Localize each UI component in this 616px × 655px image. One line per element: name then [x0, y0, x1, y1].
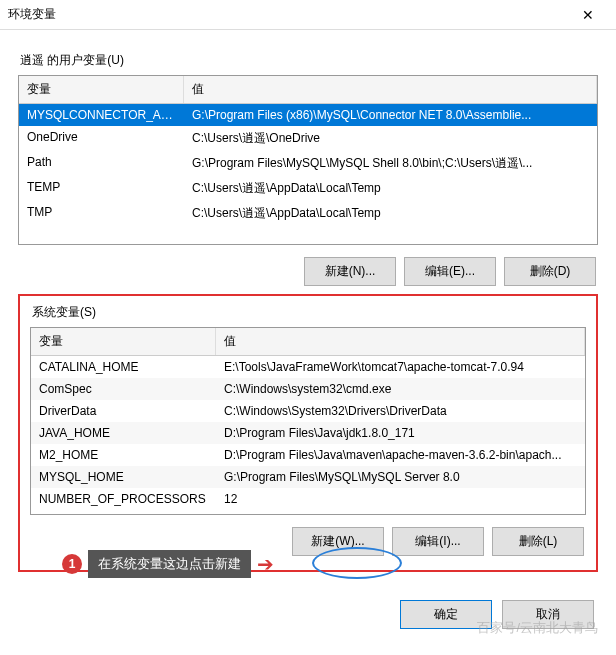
window-title: 环境变量 [8, 6, 568, 23]
cell-value: D:\Program Files\Java\maven\apache-maven… [216, 444, 585, 466]
cell-value: C:\Users\逍遥\AppData\Local\Temp [184, 201, 597, 226]
cell-name: MYSQL_HOME [31, 466, 216, 488]
col-header-name[interactable]: 变量 [31, 328, 216, 355]
sys-new-button[interactable]: 新建(W)... [292, 527, 384, 556]
cell-name: OneDrive [19, 126, 184, 151]
col-header-value[interactable]: 值 [216, 328, 585, 355]
cell-value: D:\Program Files\Java\jdk1.8.0_171 [216, 422, 585, 444]
cell-value: G:\Program Files\MySQL\MySQL Server 8.0 [216, 466, 585, 488]
annotation-text: 在系统变量这边点击新建 [88, 550, 251, 578]
table-row[interactable]: OneDriveC:\Users\逍遥\OneDrive [19, 126, 597, 151]
cell-value: 12 [216, 488, 585, 510]
arrow-right-icon: ➔ [257, 552, 274, 576]
cell-value: C:\Users\逍遥\OneDrive [184, 126, 597, 151]
user-vars-table: 变量 值 MYSQLCONNECTOR_ASS...G:\Program Fil… [18, 75, 598, 245]
table-row[interactable]: CATALINA_HOMEE:\Tools\JavaFrameWork\tomc… [31, 356, 585, 378]
cell-name: ComSpec [31, 378, 216, 400]
table-row[interactable]: DriverDataC:\Windows\System32\Drivers\Dr… [31, 400, 585, 422]
col-header-value[interactable]: 值 [184, 76, 597, 103]
table-row[interactable]: NUMBER_OF_PROCESSORS12 [31, 488, 585, 510]
table-row[interactable]: PathG:\Program Files\MySQL\MySQL Shell 8… [19, 151, 597, 176]
cancel-button[interactable]: 取消 [502, 600, 594, 629]
sys-vars-table: 变量 值 CATALINA_HOMEE:\Tools\JavaFrameWork… [30, 327, 586, 515]
cell-value: C:\Users\逍遥\AppData\Local\Temp [184, 176, 597, 201]
cell-name: Path [19, 151, 184, 176]
user-delete-button[interactable]: 删除(D) [504, 257, 596, 286]
cell-name: MYSQLCONNECTOR_ASS... [19, 104, 184, 126]
cell-value: E:\Tools\JavaFrameWork\tomcat7\apache-to… [216, 356, 585, 378]
table-row[interactable]: JAVA_HOMED:\Program Files\Java\jdk1.8.0_… [31, 422, 585, 444]
cell-name: CATALINA_HOME [31, 356, 216, 378]
sys-delete-button[interactable]: 删除(L) [492, 527, 584, 556]
cell-name: NUMBER_OF_PROCESSORS [31, 488, 216, 510]
cell-name: JAVA_HOME [31, 422, 216, 444]
table-row[interactable]: TMPC:\Users\逍遥\AppData\Local\Temp [19, 201, 597, 226]
cell-name: DriverData [31, 400, 216, 422]
ok-button[interactable]: 确定 [400, 600, 492, 629]
annotation-callout: 1 在系统变量这边点击新建 ➔ [62, 550, 274, 578]
cell-name: TEMP [19, 176, 184, 201]
table-row[interactable]: M2_HOMED:\Program Files\Java\maven\apach… [31, 444, 585, 466]
table-row[interactable]: TEMPC:\Users\逍遥\AppData\Local\Temp [19, 176, 597, 201]
user-new-button[interactable]: 新建(N)... [304, 257, 396, 286]
close-button[interactable]: ✕ [568, 1, 608, 29]
cell-value: G:\Program Files (x86)\MySQL\Connector N… [184, 104, 597, 126]
table-row[interactable]: ComSpecC:\Windows\system32\cmd.exe [31, 378, 585, 400]
cell-name: M2_HOME [31, 444, 216, 466]
close-icon: ✕ [582, 7, 594, 23]
annotation-badge: 1 [62, 554, 82, 574]
sys-edit-button[interactable]: 编辑(I)... [392, 527, 484, 556]
col-header-name[interactable]: 变量 [19, 76, 184, 103]
cell-value: C:\Windows\system32\cmd.exe [216, 378, 585, 400]
user-vars-label: 逍遥 的用户变量(U) [20, 52, 598, 69]
cell-name: TMP [19, 201, 184, 226]
user-edit-button[interactable]: 编辑(E)... [404, 257, 496, 286]
table-row[interactable]: MYSQL_HOMEG:\Program Files\MySQL\MySQL S… [31, 466, 585, 488]
table-row[interactable]: MYSQLCONNECTOR_ASS...G:\Program Files (x… [19, 104, 597, 126]
cell-value: C:\Windows\System32\Drivers\DriverData [216, 400, 585, 422]
sys-vars-label: 系统变量(S) [32, 304, 586, 321]
cell-value: G:\Program Files\MySQL\MySQL Shell 8.0\b… [184, 151, 597, 176]
